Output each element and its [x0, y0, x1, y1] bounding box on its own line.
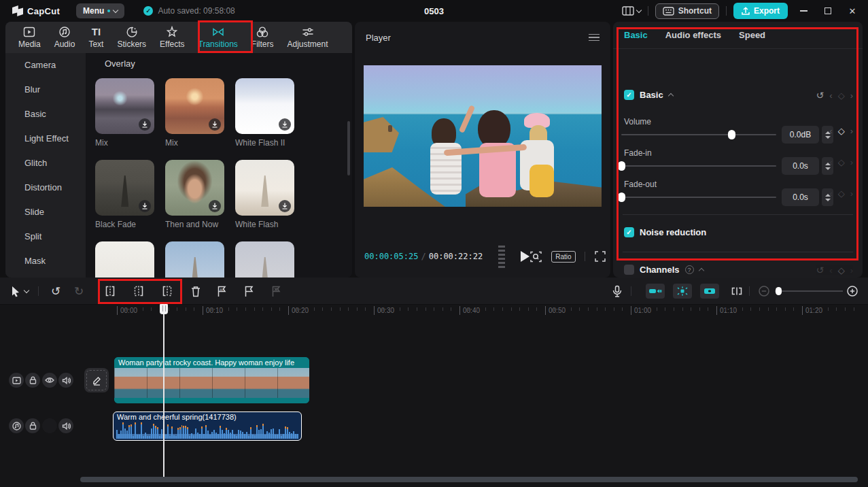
category-distortion[interactable]: Distortion	[5, 175, 86, 200]
transition-thumb[interactable]	[165, 78, 224, 134]
volume-value[interactable]: 0.0dB	[782, 126, 819, 144]
preview-quality-icon[interactable]	[530, 250, 542, 263]
tab-speed[interactable]: Speed	[739, 30, 765, 40]
fadein-slider-thumb[interactable]	[618, 161, 625, 171]
split-button[interactable]	[102, 283, 118, 299]
delete-button[interactable]	[188, 283, 204, 299]
video-clip[interactable]: Woman party at rocky coast. Happy woman …	[114, 357, 309, 403]
tab-adjustment[interactable]: Adjustment	[281, 24, 334, 51]
category-camera[interactable]: Camera	[5, 53, 86, 78]
next-keyframe-icon[interactable]: ›	[850, 126, 853, 136]
transition-thumb[interactable]	[165, 160, 224, 216]
tab-stickers[interactable]: Stickers	[111, 24, 152, 51]
noise-reduction-checkbox[interactable]: ✓	[624, 227, 634, 237]
audio-clip[interactable]: Warm and cheerful spring(1417738)	[113, 412, 302, 441]
close-button[interactable]: ✕	[844, 2, 861, 20]
zoom-in-button[interactable]	[844, 283, 861, 299]
next-keyframe-icon[interactable]: ›	[850, 188, 853, 199]
record-voiceover-button[interactable]	[609, 283, 625, 299]
audio-track-mute-button[interactable]	[58, 418, 73, 433]
category-glitch[interactable]: Glitch	[5, 151, 86, 175]
category-mask[interactable]: Mask	[5, 249, 86, 273]
tab-filters[interactable]: Filters	[245, 24, 280, 51]
category-blur[interactable]: Blur	[5, 78, 86, 102]
transition-thumb[interactable]	[95, 78, 154, 134]
prev-keyframe-icon[interactable]: ‹	[829, 265, 832, 275]
volume-keyframe-icon[interactable]: ◇	[838, 126, 845, 136]
marker-button[interactable]	[241, 283, 257, 299]
fadeout-slider[interactable]	[621, 192, 776, 202]
timeline-horizontal-scrollbar[interactable]	[80, 477, 858, 482]
undo-button[interactable]: ↺	[48, 283, 64, 299]
transition-thumb[interactable]	[235, 160, 294, 216]
category-light-effect[interactable]: Light Effect	[5, 127, 86, 151]
fadeout-value[interactable]: 0.0s	[782, 188, 819, 206]
redo-button[interactable]: ↻	[71, 283, 87, 299]
fullscreen-icon[interactable]	[594, 250, 606, 263]
fadeout-keyframe-icon[interactable]: ◇	[838, 188, 845, 199]
auto-snapping-toggle[interactable]	[673, 284, 692, 299]
play-button[interactable]	[521, 251, 530, 262]
player-menu-icon[interactable]	[589, 32, 600, 44]
transition-thumb[interactable]	[235, 78, 294, 134]
timeline-zoom-slider[interactable]	[775, 287, 843, 295]
basic-checkbox[interactable]: ✓	[624, 90, 634, 100]
next-keyframe-icon[interactable]: ›	[850, 90, 853, 101]
transition-thumb[interactable]	[235, 241, 294, 278]
tab-basic[interactable]: Basic	[624, 30, 648, 40]
category-split[interactable]: Split	[5, 224, 86, 249]
select-tool-button[interactable]	[7, 283, 23, 299]
volume-slider[interactable]	[621, 130, 776, 139]
help-icon[interactable]: ?	[685, 265, 694, 274]
prev-keyframe-icon[interactable]: ‹	[829, 90, 832, 101]
minimize-button[interactable]	[795, 2, 812, 20]
keyframe-icon[interactable]: ◇	[838, 90, 845, 101]
tab-audio-effects[interactable]: Audio effects	[665, 30, 721, 40]
keyframe-icon[interactable]: ◇	[838, 265, 845, 275]
video-preview[interactable]	[364, 65, 602, 207]
tab-effects[interactable]: Effects	[154, 24, 190, 51]
prev-keyframe-icon[interactable]: ‹	[829, 188, 832, 199]
video-track-mute-button[interactable]	[58, 373, 73, 388]
layout-switch-button[interactable]	[622, 5, 641, 16]
tab-audio[interactable]: Audio	[48, 24, 82, 51]
transition-thumb[interactable]	[95, 241, 154, 278]
tab-media[interactable]: Media	[12, 24, 47, 51]
delete-right-button[interactable]	[159, 283, 175, 299]
menu-button[interactable]: Menu	[76, 3, 124, 18]
audio-track-lock-button[interactable]	[25, 418, 40, 433]
linking-toggle[interactable]	[700, 284, 719, 299]
next-keyframe-icon[interactable]: ›	[850, 157, 853, 167]
collapse-icon[interactable]	[698, 268, 704, 273]
video-track-lock-button[interactable]	[25, 373, 40, 388]
grid-scrollbar[interactable]	[347, 121, 350, 175]
reset-icon[interactable]: ↺	[816, 90, 824, 101]
playhead-line[interactable]	[163, 303, 164, 479]
category-slide[interactable]: Slide	[5, 200, 86, 224]
category-basic[interactable]: Basic	[5, 102, 86, 127]
transition-thumb[interactable]	[165, 241, 224, 278]
ratio-button[interactable]: Ratio	[551, 251, 575, 263]
fadeout-slider-thumb[interactable]	[618, 192, 625, 202]
delete-marker-button[interactable]	[268, 283, 284, 299]
shortcut-button[interactable]: Shortcut	[655, 3, 719, 19]
cover-edit-button[interactable]	[84, 368, 109, 392]
video-track-visibility-button[interactable]	[42, 373, 57, 388]
fadein-keyframe-icon[interactable]: ◇	[838, 157, 845, 167]
split-view-button[interactable]	[729, 283, 745, 299]
reset-icon[interactable]: ↺	[816, 265, 824, 275]
frame-view-button[interactable]	[498, 244, 506, 269]
collapse-icon[interactable]	[667, 93, 673, 99]
maximize-button[interactable]	[819, 2, 837, 20]
zoom-out-button[interactable]	[756, 283, 772, 299]
fadein-value[interactable]: 0.0s	[782, 157, 819, 175]
tab-text[interactable]: TI Text	[82, 24, 109, 51]
playhead-handle[interactable]	[160, 303, 168, 314]
main-track-magnet-toggle[interactable]	[646, 284, 665, 299]
channels-checkbox[interactable]: ✓	[624, 265, 634, 275]
volume-slider-thumb[interactable]	[728, 130, 735, 139]
select-tool-dropdown[interactable]	[22, 283, 31, 299]
audio-track-hidden-button[interactable]	[42, 418, 57, 433]
export-button[interactable]: Export	[733, 3, 788, 19]
delete-left-button[interactable]	[131, 283, 147, 299]
